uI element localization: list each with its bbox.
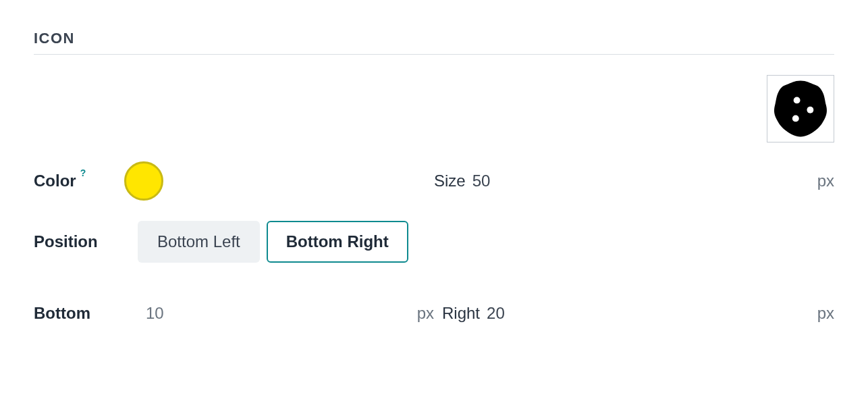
bottom-offset-label: Bottom [34, 304, 128, 323]
color-label-text: Color [34, 172, 76, 190]
position-bottom-left-button[interactable]: Bottom Left [138, 221, 260, 263]
svg-point-2 [792, 115, 799, 122]
position-bottom-right-button[interactable]: Bottom Right [267, 221, 408, 263]
size-input[interactable] [471, 171, 812, 191]
size-unit: px [817, 172, 834, 190]
svg-point-0 [794, 97, 801, 103]
svg-point-1 [807, 107, 813, 113]
bottom-offset-unit: px [417, 304, 434, 323]
bottom-offset-input[interactable] [144, 303, 412, 323]
icon-preview-box[interactable] [767, 75, 834, 142]
position-label: Position [34, 232, 128, 251]
section-title: ICON [34, 30, 834, 47]
color-swatch[interactable] [124, 161, 163, 201]
position-button-group: Bottom Left Bottom Right [138, 221, 408, 263]
icon-preview-row [34, 75, 834, 142]
color-help-icon[interactable]: ? [80, 167, 86, 178]
section-divider [34, 54, 834, 55]
right-offset-input[interactable] [485, 303, 812, 323]
right-offset-field: Right px [434, 303, 834, 323]
color-field: Color ? [34, 161, 434, 201]
position-row: Position Bottom Left Bottom Right [34, 221, 834, 263]
right-offset-unit: px [817, 304, 834, 323]
size-label: Size [434, 172, 466, 190]
bottom-offset-label-text: Bottom [34, 304, 90, 323]
right-offset-label: Right [442, 304, 480, 323]
icon-settings-panel: ICON Color ? Size px Posit [0, 0, 868, 323]
position-label-text: Position [34, 232, 98, 251]
color-label: Color ? [34, 172, 115, 190]
bottom-offset-field: Bottom px [34, 303, 434, 323]
cookie-icon [770, 78, 831, 139]
color-size-row: Color ? Size px [34, 161, 834, 201]
offset-row: Bottom px Right px [34, 303, 834, 323]
size-field: Size px [434, 171, 834, 191]
